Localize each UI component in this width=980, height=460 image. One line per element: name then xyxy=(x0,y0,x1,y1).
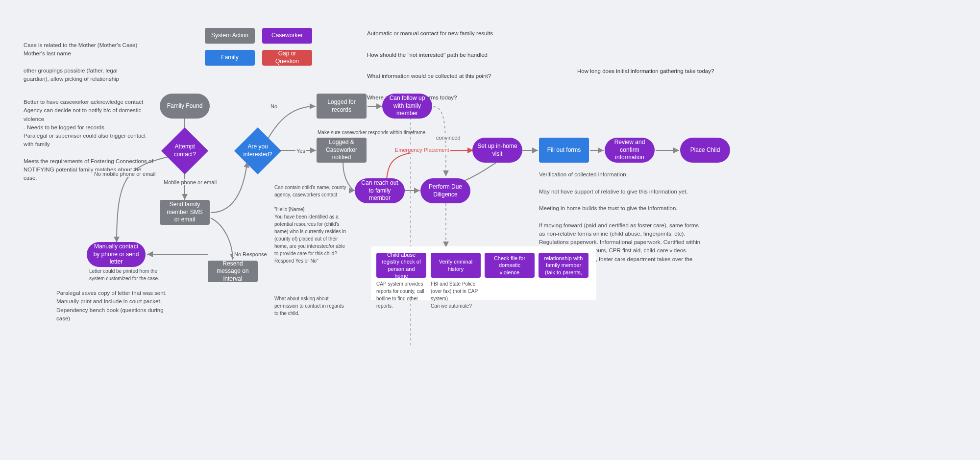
legend-caseworker: Caseworker xyxy=(262,28,312,44)
note-timeframe: Make sure caseworker responds within tim… xyxy=(318,129,425,136)
note-how-long: How long does initial information gather… xyxy=(577,67,714,75)
node-resend: Resend message on interval xyxy=(208,261,258,282)
edge-no-phone: No mobile phone or email xyxy=(93,171,156,177)
node-place: Place Child xyxy=(680,138,730,163)
node-family-found: Family Found xyxy=(160,94,210,119)
edge-yes: Yes xyxy=(295,148,306,154)
note-fbi: FBI and State Police (over fax) (not in … xyxy=(431,280,482,310)
note-questions-top: Automatic or manual contact for new fami… xyxy=(367,28,494,103)
node-followup: Can follow up with family member xyxy=(382,94,432,119)
node-attempt-contact-label: Attempt contact? xyxy=(173,143,196,158)
node-reach-out: Can reach out to family member xyxy=(355,178,405,203)
legend-system-action: System Action xyxy=(205,28,255,44)
node-dd-registry: Child abuse registry check of person and… xyxy=(376,253,426,278)
edge-convinced: convinced xyxy=(435,135,462,141)
note-letter: Letter could be printed from the system … xyxy=(89,267,163,282)
edge-mobile: Mobile phone or email xyxy=(163,179,218,185)
edge-no-response: No Response xyxy=(233,251,268,257)
node-interested-label: Are you interested? xyxy=(243,143,272,158)
node-dd-criminal: Verify criminal history xyxy=(431,253,481,278)
node-manually-contact: Manually contact by phone or send letter xyxy=(87,242,146,267)
legend-family: Family xyxy=(205,50,255,66)
note-permission: What about asking about permission to co… xyxy=(274,295,348,317)
note-paralegal: Paralegal saves copy of letter that was … xyxy=(56,289,169,323)
node-fill-forms: Fill out forms xyxy=(539,138,589,163)
note-can-contain: Can contain child's name, county agency,… xyxy=(274,184,348,265)
edge-emergency: Emergency Placement xyxy=(394,147,450,153)
node-send-sms: Send family member SMS or email xyxy=(160,200,210,225)
note-case-relation: Case is related to the Mother (Mother's … xyxy=(24,41,141,83)
node-in-home: Set up in-home visit xyxy=(472,138,522,163)
node-dd-assess: Assess relationship with family member (… xyxy=(539,253,588,278)
node-due-diligence: Perform Due Diligence xyxy=(420,178,470,203)
node-interested: Are you interested? xyxy=(234,127,281,174)
node-attempt-contact: Attempt contact? xyxy=(161,127,208,174)
legend-gap: Gap or Question xyxy=(262,50,312,66)
note-better-contact: Better to have caseworker acknowledge co… xyxy=(24,98,156,183)
node-review: Review and confirm information xyxy=(605,138,655,163)
node-dd-domestic: Check file for domestic violence xyxy=(485,253,535,278)
node-logged-records: Logged for records xyxy=(317,94,367,119)
node-logged-notified: Logged & Caseworker notified xyxy=(317,138,367,163)
note-cap: CAP system provides reports for county, … xyxy=(376,280,428,310)
edge-no: No xyxy=(270,103,278,109)
